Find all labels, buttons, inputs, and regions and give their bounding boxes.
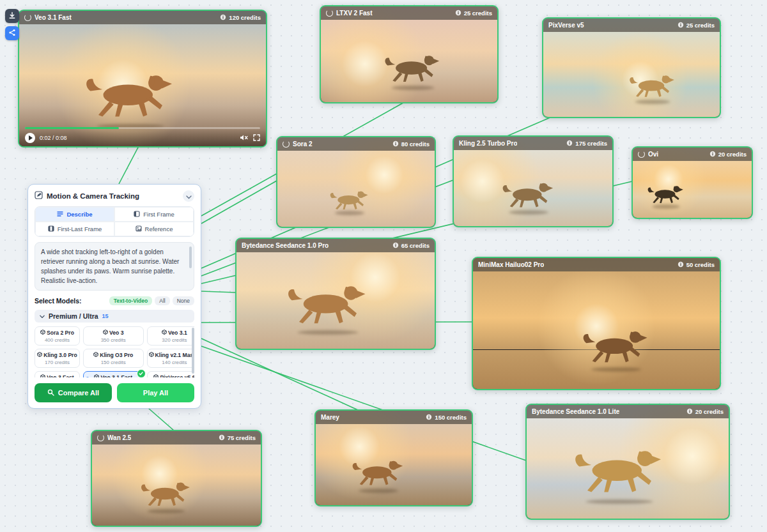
card-header: PixVerse v525 credits <box>543 19 720 32</box>
card-title: Ovi <box>648 151 658 158</box>
chevron-down-icon <box>186 190 192 202</box>
selected-check-icon <box>137 369 146 377</box>
section-count: 15 <box>102 313 109 319</box>
model-option-kling-v2-1-master[interactable]: Kling v2.1 Master140 credits <box>147 349 194 368</box>
card-credits: 65 credits <box>401 242 430 249</box>
video-card-seedance-10-pro[interactable]: Bytedance Seedance 1.0 Pro65 credits <box>235 238 436 350</box>
video-thumbnail <box>527 405 729 519</box>
model-icon <box>162 330 167 336</box>
prompt-scrollbar[interactable] <box>189 247 192 268</box>
fullscreen-icon[interactable] <box>253 132 260 144</box>
describe-icon <box>57 211 63 218</box>
processing-spinner-icon <box>24 14 31 21</box>
card-credits: 25 credits <box>464 10 492 17</box>
info-icon <box>219 434 225 442</box>
video-card-ovi[interactable]: Ovi20 credits <box>631 146 753 219</box>
collapse-panel-button[interactable] <box>183 190 194 202</box>
play-button[interactable] <box>25 133 35 143</box>
card-credits: 120 credits <box>229 14 261 21</box>
play-icon <box>29 135 33 141</box>
card-header: Bytedance Seedance 1.0 Pro65 credits <box>236 239 435 252</box>
card-title: PixVerse v5 <box>548 22 584 29</box>
model-option-veo-3-1[interactable]: Veo 3.1320 credits <box>147 326 194 346</box>
edit-icon <box>35 190 43 202</box>
card-credits: 20 credits <box>695 408 724 415</box>
model-icon <box>149 352 154 358</box>
card-header: Ovi20 credits <box>633 148 752 161</box>
tab-reference[interactable]: Reference <box>114 222 194 236</box>
model-option-pixverse-v5-6[interactable]: PixVerse v5.690 credits <box>147 371 194 377</box>
model-grid: Sora 2 Pro400 creditsVeo 3350 creditsVeo… <box>35 326 194 377</box>
filter-all[interactable]: All <box>155 296 169 305</box>
dog-silhouette <box>350 458 407 490</box>
tab-first-last-frame[interactable]: First-Last Frame <box>35 222 114 236</box>
model-option-kling-3-0-pro[interactable]: Kling 3.0 Pro170 credits <box>35 349 80 368</box>
play-all-button[interactable]: Play All <box>117 383 194 402</box>
share-button[interactable] <box>5 26 19 40</box>
card-credits: 80 credits <box>401 141 430 148</box>
filter-text-to-video[interactable]: Text-to-Video <box>109 296 153 305</box>
video-card-kling-25-turbo-pro[interactable]: Kling 2.5 Turbo Pro175 credits <box>453 135 614 227</box>
model-option-veo-3-1-fast[interactable]: Veo 3.1 Fast120 credits <box>83 371 144 377</box>
model-option-veo-3-fast[interactable]: Veo 3 Fast140 credits <box>35 371 80 377</box>
card-title: Marey <box>321 414 339 421</box>
filter-none[interactable]: None <box>173 296 194 305</box>
prompt-textarea[interactable]: A wide shot tracking left-to-right of a … <box>35 242 194 291</box>
first-frame-icon <box>134 211 140 218</box>
video-card-seedance-10-lite[interactable]: Bytedance Seedance 1.0 Lite20 credits <box>525 404 730 520</box>
model-option-sora-2-pro[interactable]: Sora 2 Pro400 credits <box>35 326 80 346</box>
dog-silhouette <box>628 73 678 102</box>
video-card-marey[interactable]: Marey150 credits <box>314 409 473 506</box>
input-mode-tabs: Describe First Frame First-Last Frame Re… <box>35 206 194 237</box>
panel-title: Motion & Camera Tracking <box>47 192 139 200</box>
dog-silhouette <box>500 180 557 213</box>
video-thumbnail <box>19 11 266 146</box>
video-thumbnail <box>316 411 472 505</box>
tab-describe[interactable]: Describe <box>35 207 114 222</box>
info-icon <box>678 261 684 269</box>
video-card-sora-2[interactable]: Sora 280 credits <box>276 136 436 228</box>
compare-panel: Motion & Camera Tracking Describe First … <box>27 184 201 409</box>
video-card-wan-25[interactable]: Wan 2.575 credits <box>91 430 262 527</box>
player-controls: 0:02 / 0:08 <box>19 129 266 146</box>
section-premium-ultra[interactable]: Premium / Ultra 15 <box>35 310 194 323</box>
models-list: Premium / Ultra 15 Sora 2 Pro400 credits… <box>35 310 194 377</box>
model-icon <box>40 374 45 377</box>
model-option-kling-o3-pro[interactable]: Kling O3 Pro150 credits <box>83 349 144 368</box>
select-models-row: Select Models: Text-to-Video All None <box>35 296 194 305</box>
canvas-toolbar <box>5 9 19 40</box>
panel-actions: Compare All Play All <box>35 383 194 402</box>
compare-all-button[interactable]: Compare All <box>35 383 112 402</box>
model-option-veo-3[interactable]: Veo 3350 credits <box>83 326 144 346</box>
info-icon <box>678 22 684 29</box>
pin-icon <box>86 373 89 377</box>
model-icon <box>94 374 99 377</box>
card-header: Wan 2.575 credits <box>92 431 261 445</box>
info-icon <box>392 242 399 250</box>
card-title: Kling 2.5 Turbo Pro <box>459 140 517 147</box>
download-button[interactable] <box>5 9 19 23</box>
models-scrollbar[interactable] <box>192 328 194 374</box>
card-credits: 50 credits <box>686 261 715 268</box>
info-icon <box>455 10 461 17</box>
tab-first-frame[interactable]: First Frame <box>114 207 194 222</box>
processing-spinner-icon <box>326 10 333 17</box>
card-credits: 175 credits <box>575 140 607 147</box>
video-thumbnail <box>236 239 435 349</box>
card-title: Veo 3.1 Fast <box>35 14 72 21</box>
download-icon <box>8 10 16 22</box>
processing-spinner-icon <box>638 151 645 158</box>
mute-icon[interactable] <box>240 132 248 144</box>
select-models-label: Select Models: <box>35 297 82 305</box>
processing-spinner-icon <box>97 434 104 441</box>
video-card-pixverse-v5[interactable]: PixVerse v525 credits <box>542 17 721 118</box>
video-thumbnail <box>321 6 497 102</box>
dog-silhouette <box>571 446 667 502</box>
video-card-minimax-hailuo02-pro[interactable]: MiniMax Hailuo02 Pro50 credits <box>472 257 721 390</box>
dog-silhouette <box>139 480 194 512</box>
dog-silhouette <box>284 282 371 332</box>
video-card-ltxv-2-fast[interactable]: LTXV 2 Fast25 credits <box>320 5 499 103</box>
video-card-veo-31-fast[interactable]: Veo 3.1 Fast120 credits0:02 / 0:08 <box>18 10 267 148</box>
search-icon <box>47 389 54 397</box>
model-icon <box>153 374 159 377</box>
